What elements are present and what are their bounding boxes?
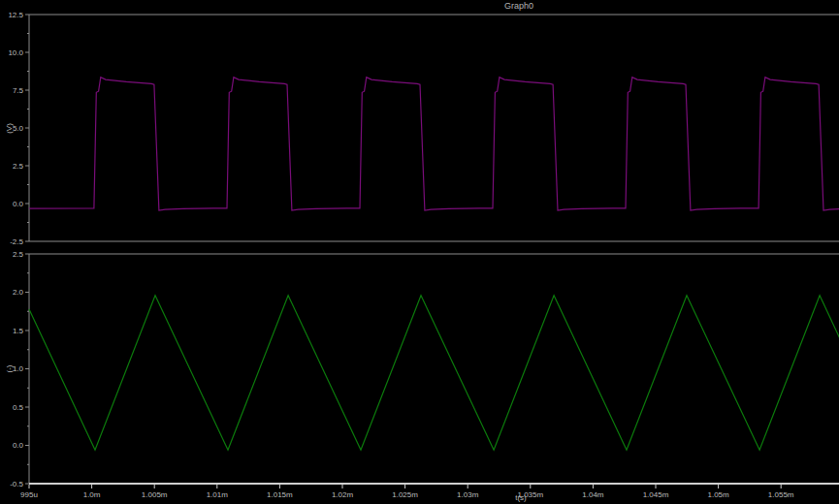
top-y-tick-label: 12.5	[8, 11, 23, 19]
bottom-y-tick-label: 1.0	[13, 364, 24, 373]
x-tick-label: 1.055m	[768, 490, 794, 499]
bottom-y-tick-label: 1.5	[13, 327, 24, 335]
bottom-y-tick-label: 0.5	[13, 403, 24, 412]
top-y-tick-label: 7.5	[13, 86, 24, 95]
top-y-tick-label: 2.5	[13, 162, 24, 171]
top-y-tick-label: 5.0	[13, 124, 24, 133]
x-tick-label: 1.035m	[517, 490, 543, 499]
x-tick-label: 1.02m	[332, 490, 354, 499]
bottom-y-tick-label: 2.5	[13, 250, 24, 259]
top-y-tick-label: -2.5	[10, 237, 23, 246]
top-y-tick-label: 10.0	[8, 48, 23, 57]
x-tick-label: 1.04m	[582, 490, 604, 499]
x-tick-label: 1.015m	[267, 490, 293, 499]
x-tick-label: 1.0m	[83, 490, 101, 499]
graph-window: Graph0 (V) (-) t(s) 12.510.07.55.02.50.0…	[0, 0, 839, 504]
x-tick-label: 1.01m	[207, 490, 229, 499]
plot-canvas: 12.510.07.55.02.50.0-2.52.52.01.51.00.50…	[0, 0, 839, 504]
x-tick-label: 1.05m	[707, 490, 729, 499]
x-tick-label: 1.025m	[392, 490, 418, 499]
bottom-y-tick-label: 0.0	[13, 441, 24, 450]
top-y-tick-label: 0.0	[13, 200, 24, 208]
bottom-y-tick-label: -0.5	[10, 480, 23, 488]
x-tick-label: 1.03m	[457, 490, 479, 499]
bottom-y-tick-label: 2.0	[13, 288, 24, 297]
x-tick-label: 1.045m	[643, 490, 669, 499]
x-tick-label: 1.005m	[142, 490, 168, 499]
top-plot-area[interactable]	[29, 15, 839, 241]
bottom-plot-area[interactable]	[29, 254, 839, 484]
x-tick-label: 995u	[20, 490, 38, 499]
